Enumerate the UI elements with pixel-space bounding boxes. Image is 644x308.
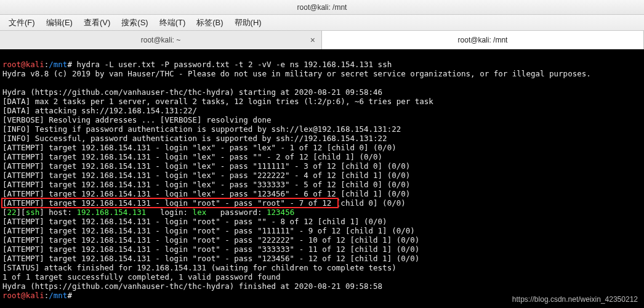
output-line: [STATUS] attack finished for 192.168.154… xyxy=(2,263,396,272)
success-line: [22][ssh] host: 192.168.154.131 login: l… xyxy=(2,208,294,217)
tab-mnt[interactable]: root@kali: /mnt xyxy=(322,31,644,49)
watermark: https://blog.csdn.net/weixin_42350212 xyxy=(512,295,638,304)
menu-help[interactable]: 帮助(H) xyxy=(230,16,267,30)
command-line: hydra -L user.txt -P password.txt -t 2 -… xyxy=(72,60,392,69)
output-line: [ATTEMPT] target 192.168.154.131 - login… xyxy=(2,235,419,245)
tab-home-label: root@kali: ~ xyxy=(141,36,181,44)
prompt-host: kali xyxy=(26,60,44,69)
tab-home[interactable]: root@kali: ~ × xyxy=(0,31,322,49)
success-port: 22 xyxy=(7,208,17,217)
success-proto: ssh xyxy=(26,208,40,217)
output-line: [ATTEMPT] target 192.168.154.131 - login… xyxy=(2,180,410,189)
prompt2-user: root xyxy=(2,291,21,300)
tab-bar: root@kali: ~ × root@kali: /mnt xyxy=(0,31,644,49)
close-icon[interactable]: × xyxy=(310,35,315,45)
menu-tabs[interactable]: 标签(B) xyxy=(191,16,228,30)
output-line: [ATTEMPT] target 192.168.154.131 - login… xyxy=(2,143,396,152)
prompt-at: @ xyxy=(21,60,26,69)
success-login: lex xyxy=(193,208,207,217)
prompt-path: /mnt xyxy=(49,60,67,69)
window-title-text: root@kali: /mnt xyxy=(297,3,347,12)
prompt2-host: kali xyxy=(26,291,44,300)
prompt-user: root xyxy=(2,60,21,69)
output-line: [ATTEMPT] target 192.168.154.131 - login… xyxy=(2,226,415,235)
output-line: [ATTEMPT] target 192.168.154.131 - login… xyxy=(2,245,419,254)
terminal[interactable]: root@kali:/mnt# hydra -L user.txt -P pas… xyxy=(0,49,644,308)
success-password: 123456 xyxy=(267,208,294,217)
output-line: [INFO] Testing if password authenticatio… xyxy=(2,124,401,134)
window-title: root@kali: /mnt xyxy=(0,0,644,15)
menu-view[interactable]: 查看(V) xyxy=(79,16,115,30)
output-line: [ATTEMPT] target 192.168.154.131 - login… xyxy=(2,217,387,226)
output-line: Hydra (https://github.com/vanhauser-thc/… xyxy=(2,87,382,97)
menu-edit[interactable]: 编辑(E) xyxy=(41,16,78,30)
output-line: [ATTEMPT] target 192.168.154.131 - login… xyxy=(2,152,382,161)
output-line: 1 of 1 target successfully completed, 1 … xyxy=(2,272,281,282)
output-line: [ATTEMPT] target 192.168.154.131 - login… xyxy=(2,171,410,180)
prompt2-at: @ xyxy=(21,291,26,300)
menu-search[interactable]: 搜索(S) xyxy=(116,16,153,30)
prompt2-hash: # xyxy=(67,291,72,300)
prompt-hash: # xyxy=(67,60,72,69)
output-line: [VERBOSE] Resolving addresses ... [VERBO… xyxy=(2,115,272,124)
output-line: [ATTEMPT] target 192.168.154.131 - login… xyxy=(2,198,406,208)
output-line: [ATTEMPT] target 192.168.154.131 - login… xyxy=(2,189,410,198)
menu-bar: 文件(F) 编辑(E) 查看(V) 搜索(S) 终端(T) 标签(B) 帮助(H… xyxy=(0,15,644,31)
tab-mnt-label: root@kali: /mnt xyxy=(458,36,508,44)
output-line: [DATA] max 2 tasks per 1 server, overall… xyxy=(2,97,433,106)
output-line: Hydra v8.8 (c) 2019 by van Hauser/THC - … xyxy=(2,69,591,78)
menu-file[interactable]: 文件(F) xyxy=(4,16,40,30)
menu-terminal[interactable]: 终端(T) xyxy=(155,16,191,30)
output-line: [ATTEMPT] target 192.168.154.131 - login… xyxy=(2,254,419,263)
output-line: [DATA] attacking ssh://192.168.154.131:2… xyxy=(2,106,197,115)
output-line: [INFO] Successful, password authenticati… xyxy=(2,134,387,143)
output-line: [ATTEMPT] target 192.168.154.131 - login… xyxy=(2,161,410,171)
success-host: 192.168.154.131 xyxy=(76,208,146,217)
prompt2-path: /mnt xyxy=(49,291,67,300)
output-line: Hydra (https://github.com/vanhauser-thc/… xyxy=(2,282,382,291)
